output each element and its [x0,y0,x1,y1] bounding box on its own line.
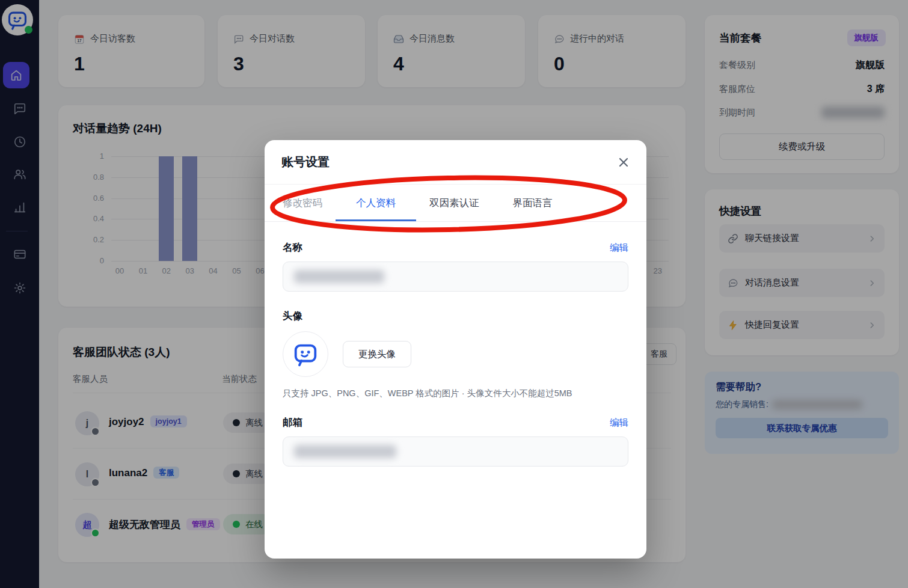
modal-header: 账号设置 [265,140,646,185]
change-avatar-label: 更换头像 [358,348,396,361]
tab-ui-language[interactable]: 界面语言 [513,197,553,210]
profile-tab-panel: 名称 编辑 头像 更换头像 [265,222,646,467]
avatar-hint: 只支持 JPG、PNG、GIF、WEBP 格式的图片 · 头像文件大小不能超过5… [283,388,628,399]
name-input[interactable] [283,262,628,292]
close-icon[interactable] [618,156,630,168]
modal-title: 账号设置 [281,154,330,170]
edit-name-link[interactable]: 编辑 [610,242,628,254]
tab-profile[interactable]: 个人资料 [356,197,396,210]
redacted-name-value [294,270,384,283]
email-input[interactable] [283,436,628,467]
user-avatar [283,331,328,377]
name-label: 名称 [283,241,302,254]
tab-change-password[interactable]: 修改密码 [283,197,322,210]
avatar-label: 头像 [283,310,628,323]
tab-two-factor[interactable]: 双因素认证 [429,197,479,210]
account-settings-modal: 账号设置 修改密码 个人资料 双因素认证 界面语言 名称 编辑 头像 [265,140,646,559]
smiley-chat-logo-icon [292,340,319,368]
redacted-email-value [294,445,396,458]
modal-tabs: 修改密码 个人资料 双因素认证 界面语言 [265,185,646,222]
change-avatar-button[interactable]: 更换头像 [343,341,411,367]
email-label: 邮箱 [283,416,302,429]
app-page: 17 今日访客数 1 今日对话数 3 [0,0,908,588]
edit-email-link[interactable]: 编辑 [610,417,628,429]
